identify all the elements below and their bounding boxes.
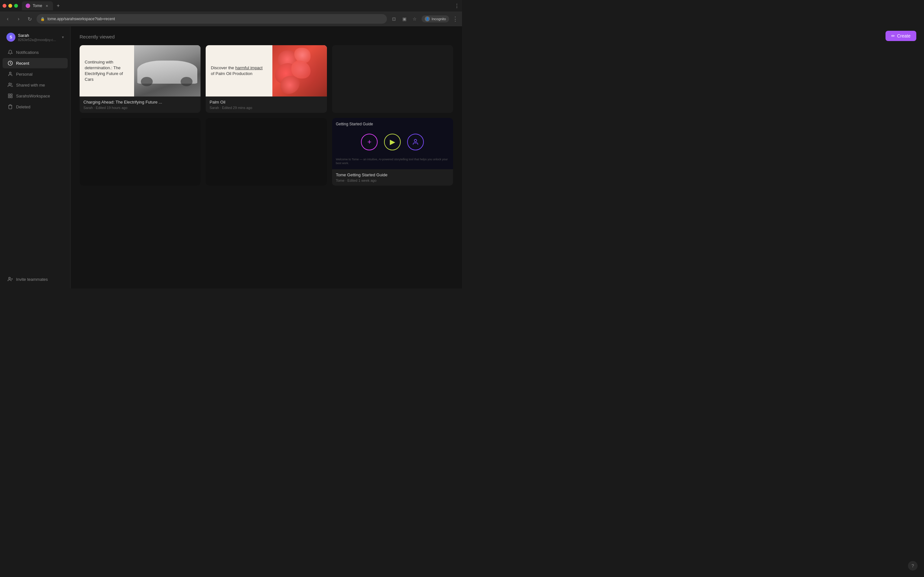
card-thumb-palmoil: Discover the harmful impact of Palm Oil … (206, 45, 326, 97)
app-layout: S Sarah 8263e52a@moodjoy.c... ▾ Notifica… (0, 26, 462, 288)
url-input[interactable]: 🔒 tome.app/sarahsworkspace?tab=recent (37, 14, 387, 24)
card-charging[interactable]: Continuing with determination.: The Elec… (79, 45, 200, 113)
card-title: Palm Oil (210, 100, 323, 105)
sidebar-item-recent[interactable]: Recent (3, 58, 68, 68)
sidebar-item-label: Recent (16, 61, 29, 66)
lock-icon: 🔒 (40, 17, 45, 21)
new-tab-button[interactable]: + (54, 2, 62, 10)
card-thumb-image (134, 45, 201, 97)
sidebar-item-label: SarahsWorkspace (16, 93, 50, 98)
svg-point-1 (9, 72, 11, 74)
card-title: Tome Getting Started Guide (336, 172, 449, 177)
svg-point-7 (9, 277, 10, 279)
card-thumb-image (272, 45, 327, 97)
card-info: Palm Oil Sarah · Edited 29 mins ago (206, 97, 326, 113)
incognito-avatar: 👤 (425, 16, 430, 21)
browser-menu-button[interactable]: ⋮ (452, 15, 458, 23)
cards-grid: Continuing with determination.: The Elec… (79, 45, 453, 185)
user-plus-icon (8, 277, 13, 282)
card-thumb-charging: Continuing with determination.: The Elec… (79, 45, 200, 97)
user-icon (8, 71, 13, 77)
guide-title: Getting Started Guide (336, 122, 449, 126)
user-section[interactable]: S Sarah 8263e52a@moodjoy.c... ▾ (3, 30, 68, 44)
forward-button[interactable]: › (15, 15, 23, 23)
tome-favicon (26, 3, 30, 8)
flower-image (272, 45, 327, 97)
sidebar-item-personal[interactable]: Personal (3, 69, 68, 79)
card-thumbnail (206, 118, 326, 185)
trash-icon (8, 104, 13, 109)
incognito-label: Incognito (431, 17, 446, 21)
card-thumbnail: Continuing with determination.: The Elec… (79, 45, 200, 97)
card-thumb-guide: Getting Started Guide + ▶ Welcom (332, 118, 453, 169)
tab-label: Tome (33, 3, 42, 8)
back-button[interactable]: ‹ (4, 15, 11, 23)
tab-overflow-button[interactable]: ⋮ (454, 3, 459, 9)
bell-icon (8, 50, 13, 55)
sidebar-item-shared[interactable]: Shared with me (3, 80, 68, 90)
sidebar-item-invite[interactable]: Invite teammates (3, 274, 68, 284)
sidebar-item-label: Deleted (16, 105, 31, 109)
browser-tab[interactable]: Tome ✕ (22, 1, 53, 10)
maximize-button[interactable] (14, 4, 18, 8)
address-bar: ‹ › ↻ 🔒 tome.app/sarahsworkspace?tab=rec… (0, 11, 462, 26)
user-email: 8263e52a@moodjoy.c... (18, 38, 59, 42)
sidebar-item-workspace[interactable]: SarahsWorkspace (3, 91, 68, 101)
guide-footer-text: Welcome to Tome — an intuitive, AI-power… (336, 157, 449, 165)
card-thumbnail: Discover the harmful impact of Palm Oil … (206, 45, 326, 97)
sidebar-item-label: Notifications (16, 50, 39, 55)
window-controls (3, 4, 18, 8)
clock-icon (8, 61, 13, 66)
incognito-badge: 👤 Incognito (422, 15, 449, 23)
sidebar: S Sarah 8263e52a@moodjoy.c... ▾ Notifica… (0, 26, 71, 288)
sidebar-item-deleted[interactable]: Deleted (3, 102, 68, 112)
svg-rect-4 (11, 94, 12, 95)
invite-label: Invite teammates (16, 277, 48, 282)
user-name: Sarah (18, 33, 59, 38)
card-meta: Tome · Edited 1 week ago (336, 179, 449, 182)
card-title: Charging Ahead: The Electrifying Future … (83, 100, 197, 105)
sidebar-item-label: Personal (16, 72, 32, 77)
tab-bar: Tome ✕ + ⋮ (0, 0, 462, 11)
card-meta: Sarah · Edited 19 hours ago (83, 106, 197, 110)
svg-rect-5 (11, 96, 12, 98)
users-icon (8, 82, 13, 87)
card-thumbnail (332, 45, 453, 113)
grid-icon (8, 93, 13, 98)
avatar: S (6, 33, 15, 42)
toolbar-actions: ⊡ ▣ ☆ (390, 15, 418, 23)
user-circle-icon (407, 134, 424, 150)
harmful-underline: harmful impact (235, 65, 262, 70)
url-text: tome.app/sarahsworkspace?tab=recent (47, 17, 115, 21)
play-circle-icon: ▶ (384, 134, 401, 150)
svg-point-2 (9, 83, 10, 85)
section-title: Recently viewed (79, 34, 453, 39)
card-info: Tome Getting Started Guide Tome · Edited… (332, 169, 453, 185)
card-meta: Sarah · Edited 29 mins ago (210, 106, 323, 110)
svg-rect-6 (8, 96, 10, 98)
card-newtome-1[interactable]: New Tome Sarah · Edited 41 mins ago (332, 45, 453, 113)
user-info: Sarah 8263e52a@moodjoy.c... (18, 33, 59, 42)
sidebar-item-notifications[interactable]: Notifications (3, 47, 68, 57)
card-thumbnail (79, 118, 200, 185)
card-palmoil[interactable]: Discover the harmful impact of Palm Oil … (206, 45, 326, 113)
card-thumbnail: Getting Started Guide + ▶ Welcom (332, 118, 453, 169)
card-info: Charging Ahead: The Electrifying Future … (79, 97, 200, 113)
bookmark-icon[interactable]: ☆ (411, 15, 418, 23)
card-thumb-text: Discover the harmful impact of Palm Oil … (206, 60, 272, 82)
card-newtome-2[interactable]: New Tome Sarah · Edited 18 hours ago (79, 118, 200, 185)
guide-icons-area: + ▶ (336, 129, 449, 155)
chevron-down-icon: ▾ (62, 35, 64, 39)
refresh-button[interactable]: ↻ (26, 15, 33, 23)
card-guide[interactable]: Getting Started Guide + ▶ Welcom (332, 118, 453, 185)
close-button[interactable] (3, 4, 6, 8)
svg-rect-3 (8, 94, 10, 95)
minimize-button[interactable] (8, 4, 12, 8)
card-newtome-3[interactable]: New Tome Sarah · Edited 18 hours ago (206, 118, 326, 185)
sidebar-icon[interactable]: ▣ (401, 15, 408, 23)
cast-icon[interactable]: ⊡ (390, 15, 398, 23)
tab-close-button[interactable]: ✕ (45, 3, 49, 8)
main-content: Recently viewed Continuing with determin… (71, 26, 462, 288)
card-thumb-text: Continuing with determination.: The Elec… (79, 54, 134, 88)
svg-point-10 (415, 139, 417, 142)
